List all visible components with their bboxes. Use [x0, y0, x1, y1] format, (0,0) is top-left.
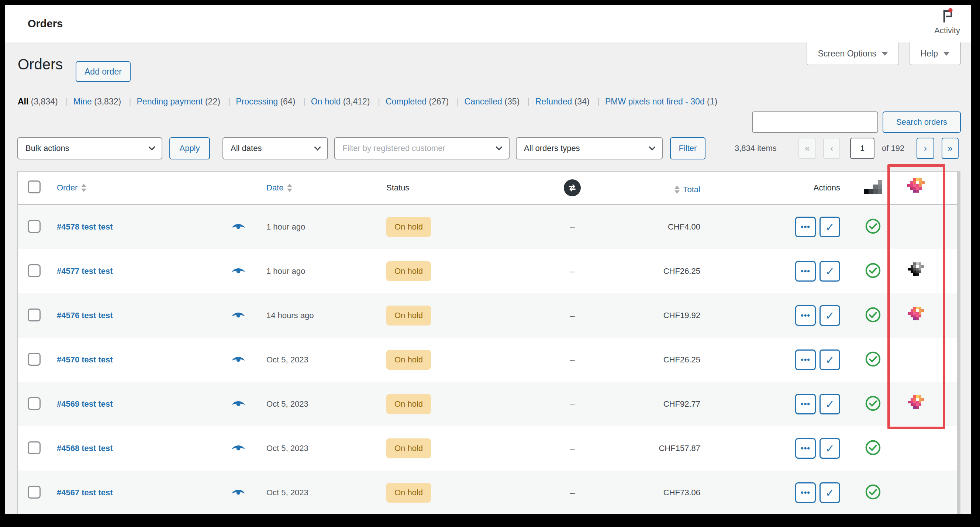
row-checkbox[interactable]	[28, 264, 41, 277]
order-preview-button[interactable]: •••	[795, 438, 816, 459]
order-link[interactable]: #4568 test test	[57, 444, 113, 453]
prev-page-button[interactable]: ‹	[823, 138, 840, 159]
row-checkbox[interactable]	[28, 397, 41, 410]
order-link[interactable]: #4576 test test	[57, 311, 113, 320]
order-link[interactable]: #4577 test test	[57, 266, 113, 276]
status-badge: On hold	[386, 350, 431, 370]
apply-button[interactable]: Apply	[169, 137, 210, 159]
complete-order-button[interactable]: ✓	[819, 349, 840, 370]
filter-view-link[interactable]: Refunded	[535, 97, 572, 106]
status-filter-view: Mine (3,832)	[60, 97, 121, 106]
orders-admin-page: Orders Activity Screen Options Help Orde…	[5, 5, 971, 514]
order-link[interactable]: #4570 test test	[57, 355, 113, 364]
help-label: Help	[921, 49, 938, 59]
order-link[interactable]: #4569 test test	[57, 399, 113, 409]
order-date: Oct 5, 2023	[255, 399, 380, 409]
sort-arrows-icon	[81, 184, 86, 192]
order-link[interactable]: #4578 test test	[57, 222, 113, 231]
next-page-button[interactable]: ›	[916, 138, 934, 159]
select-all-checkbox[interactable]	[28, 180, 41, 193]
complete-order-button[interactable]: ✓	[819, 261, 840, 282]
search-orders-button[interactable]: Search orders	[883, 111, 961, 133]
row-checkbox[interactable]	[28, 220, 41, 233]
dates-filter-select[interactable]: All dates	[223, 137, 328, 159]
flag-icon	[940, 8, 955, 25]
order-total: CHF4.00	[598, 222, 720, 232]
table-row: #4569 test test Oct 5, 2023 On hold – CH…	[18, 382, 960, 426]
bulk-actions-select[interactable]: Bulk actions	[18, 137, 162, 159]
filter-view-link[interactable]: Cancelled	[465, 97, 502, 106]
filter-view-link[interactable]: Completed	[386, 97, 426, 106]
check-icon: ✓	[825, 309, 834, 322]
screen-options-tab[interactable]: Screen Options	[807, 43, 899, 65]
activity-menu[interactable]: Activity	[934, 8, 960, 35]
row-checkbox[interactable]	[28, 309, 41, 322]
current-page-input[interactable]	[850, 138, 875, 159]
chevron-down-icon	[148, 143, 155, 150]
pixel-fired-check-icon	[865, 218, 881, 236]
status-header: Status	[386, 183, 409, 192]
filter-button[interactable]: Filter	[670, 137, 705, 159]
filter-view-link[interactable]: Mine	[73, 97, 92, 106]
filter-view-link[interactable]: PMW pixels not fired - 30d	[605, 97, 705, 106]
complete-order-button[interactable]: ✓	[819, 217, 840, 237]
last-page-button[interactable]: »	[942, 138, 959, 159]
recurring-value: –	[546, 266, 598, 276]
ellipsis-icon: •••	[801, 488, 810, 497]
sort-by-total-header[interactable]: Total	[675, 185, 700, 194]
preview-eye-icon[interactable]	[231, 310, 246, 321]
preview-eye-icon[interactable]	[231, 487, 246, 498]
order-total: CHF92.77	[598, 399, 720, 409]
preview-eye-icon[interactable]	[231, 221, 246, 232]
order-preview-button[interactable]: •••	[795, 217, 816, 237]
table-scrollbar[interactable]	[957, 171, 961, 514]
order-link[interactable]: #4567 test test	[57, 488, 113, 497]
filter-view-link[interactable]: Processing	[236, 97, 278, 106]
order-preview-button[interactable]: •••	[795, 394, 816, 414]
filter-view-link[interactable]: On hold	[311, 97, 341, 106]
ellipsis-icon: •••	[801, 266, 810, 276]
recurring-value: –	[546, 399, 598, 409]
status-badge: On hold	[386, 261, 431, 281]
help-tab[interactable]: Help	[910, 43, 961, 65]
chevron-down-icon	[943, 52, 950, 56]
order-preview-button[interactable]: •••	[795, 261, 816, 282]
preview-eye-icon[interactable]	[231, 443, 246, 454]
row-checkbox[interactable]	[28, 486, 41, 498]
order-preview-button[interactable]: •••	[795, 349, 816, 370]
sort-by-order-header[interactable]: Order	[57, 183, 86, 193]
first-page-button[interactable]: «	[799, 138, 816, 159]
complete-order-button[interactable]: ✓	[819, 305, 840, 326]
order-preview-button[interactable]: •••	[795, 482, 816, 503]
filter-view-link[interactable]: All	[18, 97, 29, 106]
preview-eye-icon[interactable]	[231, 266, 246, 277]
complete-order-button[interactable]: ✓	[819, 394, 840, 414]
recurring-value: –	[546, 487, 598, 498]
order-total: CHF26.25	[598, 266, 720, 276]
ellipsis-icon: •••	[801, 311, 810, 320]
order-total: CHF157.87	[598, 444, 720, 453]
filter-view-link[interactable]: Pending payment	[137, 97, 203, 106]
filter-view-count: (22)	[205, 97, 220, 106]
status-badge: On hold	[386, 217, 431, 237]
status-badge: On hold	[386, 438, 431, 459]
admin-bar-title: Orders	[28, 5, 63, 43]
row-checkbox[interactable]	[28, 441, 41, 454]
add-order-button[interactable]: Add order	[76, 61, 130, 82]
row-checkbox[interactable]	[28, 353, 41, 366]
filter-view-count: (1)	[707, 97, 717, 106]
complete-order-button[interactable]: ✓	[819, 482, 840, 503]
recurring-value: –	[546, 355, 598, 365]
complete-order-button[interactable]: ✓	[819, 438, 840, 459]
sort-by-date-header[interactable]: Date	[266, 183, 292, 193]
preview-eye-icon[interactable]	[231, 398, 246, 410]
customer-filter-select[interactable]: Filter by registered customer	[334, 137, 509, 159]
status-filter-view: PMW pixels not fired - 30d (1)	[592, 97, 717, 106]
gem-gray-icon	[908, 263, 927, 280]
preview-eye-icon[interactable]	[231, 354, 246, 365]
order-preview-button[interactable]: •••	[795, 305, 816, 326]
table-row: #4567 test test Oct 5, 2023 On hold – CH…	[18, 471, 960, 514]
order-date: Oct 5, 2023	[255, 488, 380, 497]
order-types-select[interactable]: All orders types	[516, 137, 663, 159]
search-input[interactable]	[752, 111, 878, 133]
